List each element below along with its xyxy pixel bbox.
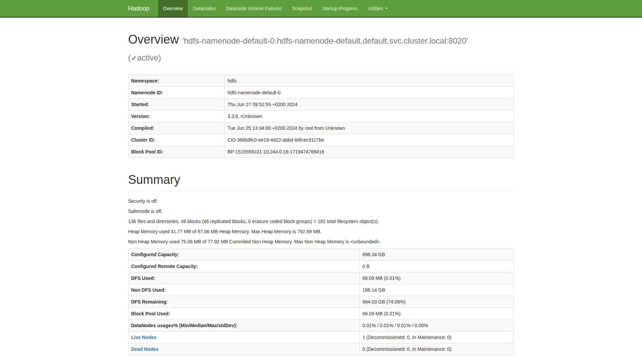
nav-link-datanodes[interactable]: Datanodes	[188, 0, 221, 17]
nav-item-startup-progress[interactable]: Startup Progress	[317, 0, 363, 17]
nav-link-utilities[interactable]: Utilities	[363, 0, 393, 17]
nav-link-startup-progress[interactable]: Startup Progress	[317, 0, 363, 17]
table-row-live-nodes: Live Nodes 1 (Decommissioned: 0, In Main…	[128, 332, 514, 343]
row-label: Non DFS Used:	[128, 284, 359, 296]
page-title-text: Overview	[128, 32, 179, 46]
table-row-namespace: Namespace: hdfs	[128, 75, 514, 87]
summary-line-safemode: Safemode is off.	[128, 208, 514, 215]
row-value: 896.34 GB	[359, 249, 514, 261]
row-value: 0 (Decommissioned: 0, In Maintenance: 0)	[359, 343, 514, 355]
live-nodes-link[interactable]: Live Nodes	[131, 335, 157, 340]
table-row-cluster-id: Cluster ID: CID-368b9fc0-ee19-4d22-abbd-…	[128, 134, 514, 146]
summary-line-heap-memory: Heap Memory used 41.77 MB of 87.06 MB He…	[128, 228, 514, 235]
summary-title: Summary	[128, 171, 514, 188]
row-value: Thu Jun 27 09:52:55 +0200 2024	[225, 98, 514, 110]
page-title: Overview 'hdfs-namenode-default-0.hdfs-n…	[128, 31, 514, 65]
summary-section: Summary Security is off. Safemode is off…	[128, 171, 514, 355]
row-value: 186.14 GB	[359, 284, 514, 296]
row-label: Compiled:	[128, 122, 225, 134]
navbar-menu: Overview Datanodes Datanode Volume Failu…	[158, 0, 393, 17]
row-value: 664.03 GB (74.08%)	[359, 296, 514, 308]
page-header: Overview 'hdfs-namenode-default-0.hdfs-n…	[128, 31, 514, 69]
row-value: 66.09 MB (0.01%)	[359, 272, 514, 284]
utilities-label: Utilities	[368, 6, 383, 11]
summary-lines: Security is off. Safemode is off. 136 fi…	[128, 198, 514, 245]
summary-line-non-heap-memory: Non Heap Memory used 75.06 MB of 77.92 M…	[128, 238, 514, 245]
row-value: 1 (Decommissioned: 0, In Maintenance: 0)	[359, 332, 514, 343]
row-value: 0.01% / 0.01% / 0.01% / 0.00%	[359, 320, 514, 332]
table-row-compiled: Compiled: Tue Jun 25 13:34:00 +0200 2024…	[128, 122, 514, 134]
navbar: Hadoop Overview Datanodes Datanode Volum…	[0, 0, 642, 18]
row-label: Dead Nodes	[128, 343, 359, 355]
table-row-namenode-id: Namenode ID: hdfs-namenode-default-0	[128, 87, 514, 98]
summary-line-filesystem-objects: 136 files and directories, 46 blocks (46…	[128, 218, 514, 225]
nav-item-overview[interactable]: Overview	[158, 0, 188, 17]
table-row-non-dfs-used: Non DFS Used: 186.14 GB	[128, 284, 514, 296]
nav-item-utilities-dropdown[interactable]: Utilities	[363, 0, 393, 17]
overview-table: Namespace: hdfs Namenode ID: hdfs-nameno…	[128, 75, 514, 158]
table-row-dead-nodes: Dead Nodes 0 (Decommissioned: 0, In Main…	[128, 343, 514, 355]
table-row-block-pool-id: Block Pool ID: BP-1515559101-10.244.0.16…	[128, 146, 514, 157]
row-value: 3.3.6, rUnknown	[225, 110, 514, 122]
row-label: Namespace:	[128, 75, 225, 87]
table-row-version: Version: 3.3.6, rUnknown	[128, 110, 514, 122]
row-label: Configured Remote Capacity:	[128, 261, 359, 272]
metrics-table: Configured Capacity: 896.34 GB Configure…	[128, 248, 514, 355]
table-row-block-pool-used: Block Pool Used: 66.09 MB (0.01%)	[128, 308, 514, 320]
row-label: Namenode ID:	[128, 87, 225, 98]
nav-link-datanode-volume-failures[interactable]: Datanode Volume Failures	[221, 0, 287, 17]
row-value: Tue Jun 25 13:34:00 +0200 2024 by root f…	[225, 122, 514, 134]
summary-line-security: Security is off.	[128, 198, 514, 204]
row-value: BP-1515559101-10.244.0.16-1719474769416	[225, 146, 514, 157]
nav-link-snapshot[interactable]: Snapshot	[287, 0, 317, 17]
nav-item-snapshot[interactable]: Snapshot	[287, 0, 317, 17]
summary-header: Summary	[128, 171, 514, 192]
row-label: Block Pool ID:	[128, 146, 225, 157]
row-label: Block Pool Used:	[128, 308, 359, 320]
row-label: Live Nodes	[128, 332, 359, 343]
namenode-address: 'hdfs-namenode-default-0.hdfs-namenode-d…	[182, 36, 468, 45]
row-value: 66.09 MB (0.01%)	[359, 308, 514, 320]
status-label: active)	[137, 53, 161, 62]
table-row-configured-capacity: Configured Capacity: 896.34 GB	[128, 249, 514, 261]
row-value: 0 B	[359, 261, 514, 272]
row-value: CID-368b9fc0-ee19-4d22-abbd-84fcec8117be	[225, 134, 514, 146]
row-label: Configured Capacity:	[128, 249, 359, 261]
caret-down-icon	[385, 8, 388, 9]
table-row-configured-remote-capacity: Configured Remote Capacity: 0 B	[128, 261, 514, 272]
row-label: DataNodes usages% (Min/Median/Max/stdDev…	[128, 320, 359, 332]
namenode-status: (✔active)	[128, 53, 161, 62]
dead-nodes-link[interactable]: Dead Nodes	[131, 346, 159, 352]
row-value: hdfs	[225, 75, 514, 87]
row-label: Version:	[128, 110, 225, 122]
table-row-datanodes-usages: DataNodes usages% (Min/Median/Max/stdDev…	[128, 320, 514, 332]
table-row-dfs-remaining: DFS Remaining: 664.03 GB (74.08%)	[128, 296, 514, 308]
nav-item-datanode-volume-failures[interactable]: Datanode Volume Failures	[221, 0, 287, 17]
table-row-dfs-used: DFS Used: 66.09 MB (0.01%)	[128, 272, 514, 284]
brand-hadoop[interactable]: Hadoop	[128, 0, 155, 17]
hadoop-namenode-page: Hadoop Overview Datanodes Datanode Volum…	[0, 0, 642, 364]
row-value: hdfs-namenode-default-0	[225, 87, 514, 98]
row-label: Started:	[128, 98, 225, 110]
nav-item-datanodes[interactable]: Datanodes	[188, 0, 221, 17]
check-icon: ✔	[131, 54, 137, 62]
row-label: DFS Remaining:	[128, 296, 359, 308]
table-row-started: Started: Thu Jun 27 09:52:55 +0200 2024	[128, 98, 514, 110]
row-label: DFS Used:	[128, 272, 359, 284]
row-label: Cluster ID:	[128, 134, 225, 146]
nav-link-overview[interactable]: Overview	[158, 0, 188, 17]
